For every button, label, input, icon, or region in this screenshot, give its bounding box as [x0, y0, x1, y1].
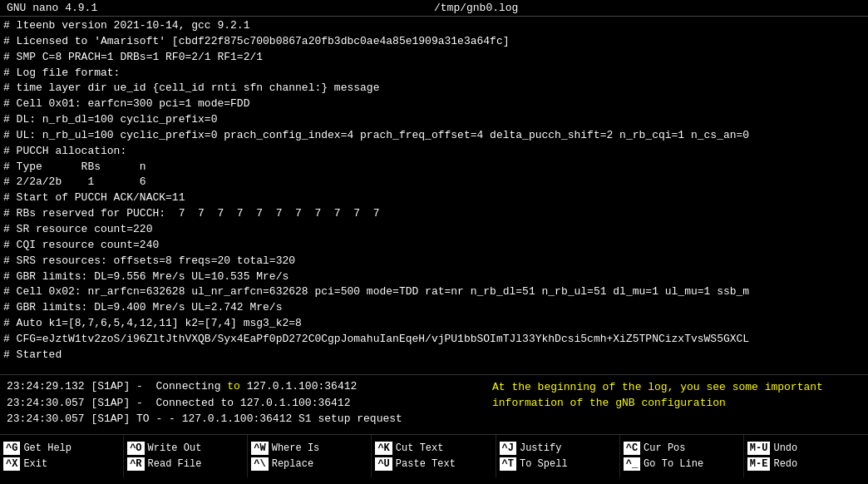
footer-col: ^WWhere Is^\Replace: [248, 435, 372, 477]
footer-col: ^CCur Pos^_Go To Line: [620, 435, 744, 477]
footer-shortcut[interactable]: M-ERedo: [747, 457, 797, 472]
editor-line: # Type RBs n: [0, 160, 868, 175]
shortcut-key: ^\: [251, 457, 268, 471]
editor-line: # 2/2a/2b 1 6: [0, 175, 868, 190]
editor-line: # Auto k1=[8,7,6,5,4,12,11] k2=[7,4] msg…: [0, 316, 868, 332]
footer-shortcut[interactable]: ^KCut Text: [375, 442, 455, 456]
shortcut-key: ^_: [624, 457, 640, 471]
footer-shortcut[interactable]: ^JJustify: [500, 442, 568, 456]
shortcut-key: ^X: [3, 457, 20, 471]
shortcut-key: ^C: [624, 442, 640, 455]
footer-bar: ^GGet Help^XExit^OWrite Out^RRead File^W…: [0, 434, 868, 477]
editor-line: # DL: n_rb_dl=100 cyclic_prefix=0: [0, 112, 868, 128]
shortcut-key: ^R: [127, 457, 144, 471]
footer-shortcut[interactable]: ^OWrite Out: [127, 442, 201, 456]
editor-line: # UL: n_rb_ul=100 cyclic_prefix=0 prach_…: [0, 128, 868, 144]
shortcut-label: To Spell: [520, 457, 568, 472]
footer-shortcut[interactable]: ^_Go To Line: [624, 457, 703, 472]
shortcut-label: Redo: [773, 457, 797, 472]
shortcut-key: ^O: [127, 442, 144, 455]
title-right: [855, 2, 861, 14]
shortcut-label: Replace: [272, 457, 313, 472]
shortcut-label: Cur Pos: [644, 442, 685, 456]
editor-line: # Cell 0x01: earfcn=300 pci=1 mode=FDD: [0, 96, 868, 112]
footer-col: M-UUndoM-ERedo: [744, 435, 868, 477]
status-line: 23:24:30.057 [S1AP] - Connected to 127.0…: [7, 395, 479, 412]
shortcut-key: ^K: [375, 442, 392, 455]
editor-line: # CQI resource count=240: [0, 238, 868, 254]
shortcut-key: ^U: [375, 457, 392, 471]
footer-shortcut[interactable]: ^CCur Pos: [624, 442, 703, 456]
shortcut-key: M-E: [747, 457, 771, 471]
editor-line: # Cell 0x02: nr_arfcn=632628 ul_nr_arfcn…: [0, 284, 868, 300]
status-line: 23:24:30.057 [S1AP] TO - - 127.0.1.100:3…: [7, 411, 479, 427]
footer-shortcut[interactable]: ^RRead File: [127, 457, 201, 472]
status-line: 23:24:29.132 [S1AP] - Connecting to 127.…: [7, 378, 479, 395]
footer-col: ^KCut Text^UPaste Text: [372, 435, 496, 477]
shortcut-label: Write Out: [148, 442, 202, 456]
editor-line: # PUCCH allocation:: [0, 144, 868, 160]
footer-shortcut[interactable]: ^\Replace: [251, 457, 319, 472]
footer-col: ^GGet Help^XExit: [0, 435, 124, 477]
editor-line: # GBR limits: DL=9.400 Mre/s UL=2.742 Mr…: [0, 300, 868, 316]
shortcut-label: Undo: [773, 442, 797, 456]
editor-line: # SRS resources: offsets=8 freqs=20 tota…: [0, 254, 868, 269]
shortcut-key: ^W: [251, 442, 268, 455]
status-note: At the beginning of the log, you see som…: [479, 378, 861, 427]
shortcut-label: Where Is: [272, 442, 320, 456]
app-name: GNU nano 4.9.1: [7, 2, 97, 14]
shortcut-key: M-U: [747, 442, 771, 455]
shortcut-key: ^T: [500, 457, 516, 471]
footer-shortcut[interactable]: M-UUndo: [747, 442, 797, 456]
shortcut-label: Read File: [148, 457, 202, 472]
editor-line: # time layer dir ue_id {cell_id rnti sfn…: [0, 81, 868, 96]
editor-line: # Started: [0, 348, 868, 363]
shortcut-label: Exit: [23, 457, 47, 472]
shortcut-label: Justify: [520, 442, 561, 456]
status-area: 23:24:29.132 [S1AP] - Connecting to 127.…: [0, 374, 868, 434]
footer-shortcut[interactable]: ^GGet Help: [3, 442, 72, 456]
footer-shortcut[interactable]: ^UPaste Text: [375, 457, 455, 472]
file-name: /tmp/gnb0.log: [434, 2, 518, 14]
editor-line: # Licensed to 'Amarisoft' [cbdf22f875c70…: [0, 34, 868, 50]
editor-line: # Start of PUCCH ACK/NACK=11: [0, 190, 868, 206]
shortcut-key: ^J: [500, 442, 516, 455]
editor-area[interactable]: # lteenb version 2021-10-14, gcc 9.2.1# …: [0, 17, 868, 374]
editor-line: # SMP C=8 PRACH=1 DRBs=1 RF0=2/1 RF1=2/1: [0, 50, 868, 66]
status-messages: 23:24:29.132 [S1AP] - Connecting to 127.…: [7, 378, 479, 427]
editor-line: # GBR limits: DL=9.556 Mre/s UL=10.535 M…: [0, 269, 868, 285]
editor-line: # RBs reserved for PUCCH: 7 7 7 7 7 7 7 …: [0, 206, 868, 222]
shortcut-label: Paste Text: [396, 457, 456, 472]
footer-col: ^OWrite Out^RRead File: [124, 435, 248, 477]
footer-shortcut[interactable]: ^TTo Spell: [500, 457, 568, 472]
shortcut-label: Get Help: [23, 442, 72, 456]
editor-line: # lteenb version 2021-10-14, gcc 9.2.1: [0, 18, 868, 34]
footer-shortcut[interactable]: ^XExit: [3, 457, 72, 472]
footer-col: ^JJustify^TTo Spell: [496, 435, 620, 477]
editor-line: # Log file format:: [0, 66, 868, 81]
shortcut-label: Cut Text: [396, 442, 444, 456]
editor-line: # SR resource count=220: [0, 222, 868, 238]
shortcut-key: ^G: [3, 442, 20, 455]
editor-line: # CFG=eJztW1tv2zoS/i96ZltJthVXQB/Syx4EaP…: [0, 332, 868, 348]
title-bar: GNU nano 4.9.1 /tmp/gnb0.log: [0, 0, 868, 17]
shortcut-label: Go To Line: [644, 457, 703, 472]
footer-shortcut[interactable]: ^WWhere Is: [251, 442, 319, 456]
